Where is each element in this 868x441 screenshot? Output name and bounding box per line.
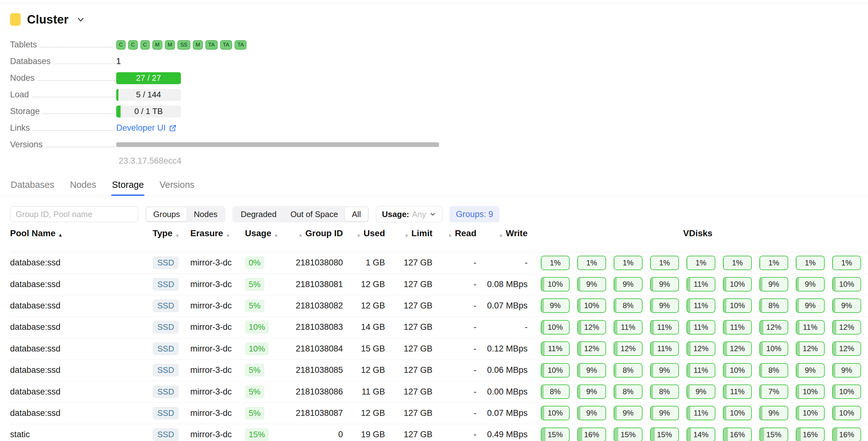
tablet-badge[interactable]: SS: [178, 40, 190, 50]
vdisk-badge[interactable]: 16%: [577, 428, 606, 441]
vdisk-badge[interactable]: 10%: [577, 298, 606, 313]
vdisk-badge[interactable]: 10%: [723, 298, 752, 313]
vdisk-badge[interactable]: 16%: [832, 428, 861, 441]
vdisk-badge[interactable]: 9%: [577, 406, 606, 420]
toggle-groups[interactable]: Groups: [146, 207, 187, 221]
vdisk-badge[interactable]: 11%: [541, 341, 570, 356]
vdisk-badge[interactable]: 9%: [577, 384, 606, 399]
vdisk-badge[interactable]: 1%: [614, 256, 643, 270]
vdisk-badge[interactable]: 1%: [541, 256, 570, 270]
vdisk-badge[interactable]: 9%: [760, 406, 788, 420]
vdisk-badge[interactable]: 10%: [796, 406, 825, 420]
vdisk-badge[interactable]: 15%: [541, 428, 570, 441]
vdisk-badge[interactable]: 12%: [760, 320, 788, 335]
vdisk-badge[interactable]: 11%: [650, 341, 679, 356]
vdisk-badge[interactable]: 12%: [577, 320, 606, 335]
tablet-badge[interactable]: TA: [235, 40, 247, 50]
vdisk-badge[interactable]: 11%: [686, 363, 715, 378]
vdisk-badge[interactable]: 9%: [796, 298, 825, 313]
vdisk-badge[interactable]: 16%: [796, 428, 825, 441]
vdisk-badge[interactable]: 10%: [832, 277, 861, 291]
tablet-badge[interactable]: M: [152, 40, 162, 50]
vdisk-badge[interactable]: 9%: [796, 363, 825, 378]
header-group-id[interactable]: ▲Group ID: [277, 228, 343, 246]
header-usage[interactable]: Usage▲: [242, 228, 277, 246]
vdisk-badge[interactable]: 14%: [686, 428, 715, 441]
vdisk-badge[interactable]: 9%: [614, 277, 643, 291]
vdisk-badge[interactable]: 10%: [541, 320, 570, 335]
vdisk-badge[interactable]: 1%: [832, 256, 861, 270]
vdisk-badge[interactable]: 12%: [614, 341, 643, 356]
versions-bar[interactable]: [116, 142, 439, 147]
tablet-badge[interactable]: M: [193, 40, 203, 50]
tablet-badge[interactable]: TA: [206, 40, 217, 50]
vdisk-badge[interactable]: 9%: [832, 298, 861, 313]
filter-all[interactable]: All: [345, 207, 368, 221]
vdisk-badge[interactable]: 9%: [650, 363, 679, 378]
vdisk-badge[interactable]: 10%: [760, 341, 788, 356]
vdisk-badge[interactable]: 11%: [723, 320, 752, 335]
vdisk-badge[interactable]: 15%: [650, 428, 679, 441]
tab-storage[interactable]: Storage: [111, 180, 145, 196]
vdisk-badge[interactable]: 8%: [614, 384, 643, 399]
vdisk-badge[interactable]: 9%: [577, 277, 606, 291]
vdisk-badge[interactable]: 8%: [614, 298, 643, 313]
tablet-badge[interactable]: C: [116, 40, 126, 50]
vdisk-badge[interactable]: 15%: [760, 428, 788, 441]
vdisk-badge[interactable]: 11%: [614, 320, 643, 335]
tab-databases[interactable]: Databases: [10, 180, 55, 196]
tablet-badge[interactable]: TA: [220, 40, 232, 50]
vdisk-badge[interactable]: 10%: [723, 363, 752, 378]
vdisk-badge[interactable]: 10%: [541, 363, 570, 378]
vdisk-badge[interactable]: 1%: [577, 256, 606, 270]
vdisk-badge[interactable]: 8%: [760, 363, 788, 378]
tablet-badge[interactable]: C: [141, 40, 150, 50]
vdisk-badge[interactable]: 12%: [796, 341, 825, 356]
vdisk-badge[interactable]: 8%: [614, 363, 643, 378]
tablet-badge[interactable]: C: [128, 40, 137, 50]
vdisk-badge[interactable]: 1%: [723, 256, 752, 270]
vdisk-badge[interactable]: 16%: [723, 428, 752, 441]
filter-out-of-space[interactable]: Out of Space: [284, 207, 345, 221]
chevron-down-icon[interactable]: [76, 15, 85, 24]
vdisk-badge[interactable]: 9%: [650, 298, 679, 313]
header-type[interactable]: Type▲: [148, 228, 185, 246]
vdisk-badge[interactable]: 11%: [686, 277, 715, 291]
vdisk-badge[interactable]: 12%: [723, 341, 752, 356]
vdisk-badge[interactable]: 9%: [686, 384, 715, 399]
vdisk-badge[interactable]: 10%: [796, 384, 825, 399]
vdisk-badge[interactable]: 1%: [650, 256, 679, 270]
tablet-badge[interactable]: M: [165, 40, 175, 50]
vdisk-badge[interactable]: 9%: [650, 406, 679, 420]
vdisk-badge[interactable]: 9%: [577, 363, 606, 378]
usage-select[interactable]: Usage: Any: [376, 206, 442, 222]
vdisk-badge[interactable]: 11%: [686, 406, 715, 420]
vdisk-badge[interactable]: 8%: [650, 384, 679, 399]
vdisk-badge[interactable]: 11%: [650, 320, 679, 335]
vdisk-badge[interactable]: 10%: [723, 277, 752, 291]
vdisk-badge[interactable]: 9%: [760, 277, 788, 291]
vdisk-badge[interactable]: 12%: [577, 341, 606, 356]
tab-versions[interactable]: Versions: [159, 180, 195, 196]
vdisk-badge[interactable]: 1%: [796, 256, 825, 270]
vdisk-badge[interactable]: 9%: [832, 363, 861, 378]
search-input[interactable]: [10, 207, 138, 222]
vdisk-badge[interactable]: 7%: [760, 384, 788, 399]
vdisk-badge[interactable]: 11%: [723, 384, 752, 399]
vdisk-badge[interactable]: 8%: [760, 298, 788, 313]
vdisk-badge[interactable]: 9%: [614, 406, 643, 420]
header-limit[interactable]: ▲Limit: [385, 228, 432, 246]
vdisk-badge[interactable]: 11%: [796, 320, 825, 335]
groups-count-chip[interactable]: Groups: 9: [450, 206, 500, 222]
header-write[interactable]: ▲Write: [476, 228, 528, 246]
vdisk-badge[interactable]: 10%: [541, 406, 570, 420]
vdisk-badge[interactable]: 1%: [686, 256, 715, 270]
vdisk-badge[interactable]: 10%: [832, 384, 861, 399]
vdisk-badge[interactable]: 11%: [686, 298, 715, 313]
vdisk-badge[interactable]: 10%: [541, 277, 570, 291]
header-erasure[interactable]: Erasure▲: [185, 228, 242, 246]
developer-ui-link[interactable]: Developer UI: [116, 123, 177, 133]
tab-nodes[interactable]: Nodes: [69, 180, 97, 196]
vdisk-badge[interactable]: 15%: [614, 428, 643, 441]
toggle-nodes[interactable]: Nodes: [187, 207, 224, 221]
